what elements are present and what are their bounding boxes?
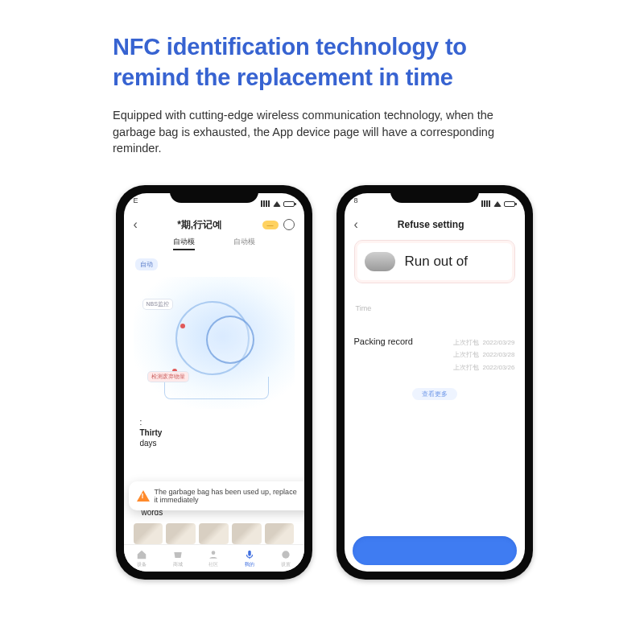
- alert-toast[interactable]: The garbage bag has been used up, replac…: [129, 481, 304, 510]
- usage-stats: : Thirty days: [140, 417, 288, 448]
- phone-mock-right: 8 ‹ Refuse setting Run out of: [336, 185, 533, 580]
- tab-1[interactable]: 自动模: [173, 237, 195, 250]
- packing-record-label: Packing record: [354, 336, 413, 346]
- page-description: Equipped with cutting-edge wireless comm…: [113, 107, 535, 156]
- status-left: 8: [354, 196, 358, 211]
- gear-icon[interactable]: [283, 219, 295, 230]
- community-icon: [208, 549, 219, 560]
- bag-icon: [365, 252, 395, 271]
- mic-icon: [244, 549, 255, 560]
- bottom-tabbar: 设备 商城 社区 我的 设置: [124, 544, 304, 572]
- back-icon[interactable]: ‹: [354, 217, 358, 232]
- svg-point-0: [212, 551, 216, 555]
- stats-num: :: [140, 417, 288, 427]
- thumb[interactable]: [265, 523, 295, 544]
- tabbar-item[interactable]: 商城: [159, 545, 196, 572]
- back-icon[interactable]: ‹: [134, 217, 138, 232]
- thumb[interactable]: [134, 523, 163, 544]
- phones-row: E ‹ *期,行记예 — 自动模 自动模 自: [113, 185, 535, 580]
- section-label-time: Time: [356, 304, 514, 312]
- battery-icon: [283, 201, 295, 207]
- phone-screen: E ‹ *期,行记예 — 自动模 自动模 自: [124, 193, 304, 572]
- battery-icon: [504, 201, 515, 207]
- alert-text: The garbage bag has been used up, replac…: [155, 488, 303, 504]
- page-heading: NFC identification technology to remind …: [113, 32, 535, 93]
- signal-icon: [481, 200, 491, 207]
- svg-point-2: [282, 551, 289, 558]
- thumb[interactable]: [232, 523, 262, 544]
- phone-mock-left: E ‹ *期,行记예 — 自动模 自动模 自: [116, 185, 312, 580]
- device-ring-inner: [206, 316, 254, 364]
- shop-icon: [172, 549, 184, 560]
- thumb[interactable]: [199, 523, 229, 544]
- signal-icon: [261, 200, 270, 207]
- record-list: 上次打包2022/03/29 上次打包2022/03/28 上次打包2022/0…: [453, 336, 514, 374]
- thumb[interactable]: [166, 523, 196, 544]
- device-illustration: NBS监控 检测废弃物量: [134, 277, 295, 409]
- warning-icon: [137, 490, 150, 502]
- primary-action-button[interactable]: [353, 536, 517, 565]
- tabbar-item[interactable]: 社区: [196, 545, 232, 572]
- record-item: 上次打包2022/03/28: [453, 349, 514, 361]
- thumbnail-row: [134, 523, 295, 544]
- phone-notch: [170, 185, 258, 203]
- tab-2[interactable]: 自动模: [233, 237, 255, 250]
- header-title: *期,行记예: [142, 218, 258, 232]
- svg-rect-1: [249, 551, 252, 556]
- record-item: 上次打包2022/03/29: [453, 336, 514, 349]
- stats-sub: days: [140, 438, 288, 448]
- settings-icon: [280, 549, 291, 560]
- header-badge: —: [262, 221, 279, 229]
- hotspot-icon: [180, 324, 185, 328]
- header-title: Refuse setting: [363, 219, 499, 230]
- record-item: 上次打包2022/03/26: [453, 361, 514, 374]
- tabbar-item[interactable]: 设置: [268, 545, 304, 572]
- mode-tag[interactable]: 自动: [135, 258, 158, 270]
- wifi-icon: [493, 201, 502, 207]
- card-text: Run out of: [405, 254, 468, 270]
- stats-unit: Thirty: [140, 427, 288, 438]
- device-label-top: NBS监控: [143, 299, 172, 309]
- status-left: E: [134, 196, 138, 211]
- phone-screen: 8 ‹ Refuse setting Run out of: [345, 193, 525, 572]
- device-label-mid: 检测废弃物量: [148, 372, 188, 382]
- home-icon: [136, 549, 147, 560]
- status-card[interactable]: Run out of: [354, 240, 515, 283]
- wifi-icon: [273, 201, 281, 207]
- packing-record-row: Packing record 上次打包2022/03/29 上次打包2022/0…: [354, 336, 515, 374]
- phone-notch: [390, 185, 479, 203]
- header-tabs: 自动模 自动模: [124, 237, 304, 250]
- view-more-button[interactable]: 查看更多: [412, 388, 457, 400]
- tabbar-item[interactable]: 设备: [124, 545, 160, 572]
- app-header: ‹ Refuse setting: [345, 214, 525, 235]
- tabbar-item[interactable]: 我的: [232, 545, 268, 572]
- app-header: ‹ *期,行记예 —: [124, 214, 304, 235]
